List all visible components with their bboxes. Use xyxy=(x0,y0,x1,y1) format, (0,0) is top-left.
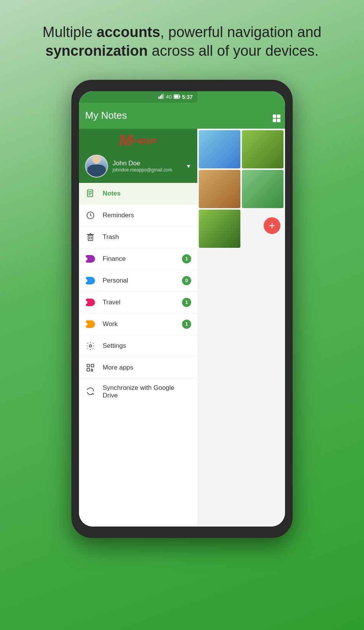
note-card-pizza[interactable] xyxy=(199,210,240,248)
user-section: M eappo John xyxy=(79,129,197,183)
fab-add-button[interactable]: + xyxy=(264,217,280,234)
notes-grid: + xyxy=(197,129,285,249)
sync-icon xyxy=(85,386,96,397)
user-info: John Doe johndoe.meappo@gmail.com xyxy=(113,160,181,173)
svg-rect-26 xyxy=(273,115,276,118)
svg-rect-2 xyxy=(161,94,163,99)
more-apps-icon xyxy=(85,362,96,373)
notes-icon xyxy=(85,188,96,199)
note-card-empty: + xyxy=(242,210,283,240)
grid-view-icon[interactable] xyxy=(272,114,281,125)
phone: 4G 5:37 My Notes xyxy=(71,80,293,538)
svg-rect-15 xyxy=(88,235,93,241)
sidebar-item-personal[interactable]: Personal 0 xyxy=(79,270,197,291)
sidebar-item-sync[interactable]: Synchronize with Google Drive xyxy=(79,379,197,405)
status-icons: 4G 5:37 xyxy=(158,94,193,100)
svg-rect-5 xyxy=(179,95,180,97)
status-bar: 4G 5:37 xyxy=(79,91,197,103)
sidebar-finance-label: Finance xyxy=(103,255,175,263)
app-header: My Notes xyxy=(79,103,197,129)
svg-point-19 xyxy=(89,345,92,347)
headline-bold2: syncronization xyxy=(45,43,148,59)
sidebar-item-work[interactable]: Work 1 xyxy=(79,313,197,335)
avatar-figure xyxy=(86,155,107,177)
notes-header xyxy=(197,91,285,129)
sidebar-trash-label: Trash xyxy=(103,233,191,241)
svg-line-13 xyxy=(90,215,92,216)
sidebar-item-reminders[interactable]: Reminders xyxy=(79,205,197,226)
sidebar-work-label: Work xyxy=(103,320,175,328)
time-label: 5:37 xyxy=(182,94,193,100)
notes-panel: + xyxy=(197,91,285,527)
user-row[interactable]: John Doe johndoe.meappo@gmail.com ▼ xyxy=(79,151,197,183)
user-name: John Doe xyxy=(113,160,181,167)
svg-rect-20 xyxy=(87,364,90,367)
sidebar-reminders-label: Reminders xyxy=(103,212,191,219)
work-tag-icon xyxy=(85,319,96,330)
finance-tag-icon xyxy=(85,254,96,264)
travel-tag-icon xyxy=(85,297,96,308)
note-card-greens[interactable] xyxy=(242,170,283,208)
sidebar-sync-label: Synchronize with Google Drive xyxy=(103,384,191,399)
sidebar-item-travel[interactable]: Travel 1 xyxy=(79,292,197,313)
meappo-word: eappo xyxy=(132,136,157,145)
meappo-e: e xyxy=(132,136,137,145)
sidebar-item-more-apps[interactable]: More apps xyxy=(79,357,197,378)
sidebar-item-trash[interactable]: Trash xyxy=(79,226,197,248)
sidebar-more-apps-label: More apps xyxy=(103,364,191,372)
avatar xyxy=(85,155,108,178)
sidebar-item-notes[interactable]: Notes xyxy=(79,183,197,204)
dropdown-arrow-icon[interactable]: ▼ xyxy=(186,163,191,169)
note-card-pasta[interactable] xyxy=(199,170,240,208)
battery-icon xyxy=(174,94,180,100)
svg-rect-29 xyxy=(277,119,280,122)
sidebar-item-finance[interactable]: Finance 1 xyxy=(79,248,197,270)
headline: Multiple accounts, powerful navigation a… xyxy=(0,0,364,76)
sidebar-travel-label: Travel xyxy=(103,299,175,306)
note-card-stadium[interactable] xyxy=(242,130,283,168)
svg-rect-22 xyxy=(87,368,90,371)
svg-rect-1 xyxy=(160,95,161,99)
nav-list: Notes Reminders xyxy=(79,183,197,527)
user-email: johndoe.meappo@gmail.com xyxy=(113,167,181,173)
work-badge: 1 xyxy=(182,320,191,329)
personal-tag-icon xyxy=(85,275,96,286)
app-title: My Notes xyxy=(85,110,127,121)
headline-part1: Multiple xyxy=(43,24,97,40)
svg-rect-21 xyxy=(91,364,94,367)
sidebar-item-settings[interactable]: Settings xyxy=(79,335,197,357)
note-card-landscape[interactable] xyxy=(199,130,240,168)
drawer: 4G 5:37 My Notes xyxy=(79,91,197,527)
headline-part2: , powerful navigation and xyxy=(160,24,322,40)
signal-icon xyxy=(158,94,164,100)
sidebar-personal-label: Personal xyxy=(103,277,175,284)
sidebar-notes-label: Notes xyxy=(103,190,191,197)
svg-rect-28 xyxy=(273,119,276,122)
meappo-logo-row: M eappo xyxy=(79,129,197,151)
travel-badge: 1 xyxy=(182,298,191,307)
phone-screen: 4G 5:37 My Notes xyxy=(79,91,285,527)
svg-rect-3 xyxy=(163,94,164,99)
svg-rect-23 xyxy=(91,370,93,371)
signal-label: 4G xyxy=(166,94,172,100)
headline-bold1: accounts xyxy=(97,24,160,40)
headline-part3: across all of your devices. xyxy=(148,43,319,59)
svg-rect-6 xyxy=(174,95,178,98)
svg-rect-0 xyxy=(158,97,159,99)
personal-badge: 0 xyxy=(182,276,191,285)
reminders-icon xyxy=(85,210,96,221)
meappo-m-letter: M xyxy=(119,132,132,149)
sidebar-settings-label: Settings xyxy=(103,342,191,350)
finance-badge: 1 xyxy=(182,254,191,263)
settings-icon xyxy=(85,341,96,351)
svg-rect-27 xyxy=(277,115,280,118)
trash-icon xyxy=(85,232,96,242)
fab-icon: + xyxy=(269,220,275,231)
meappo-appo: appo xyxy=(137,136,157,145)
